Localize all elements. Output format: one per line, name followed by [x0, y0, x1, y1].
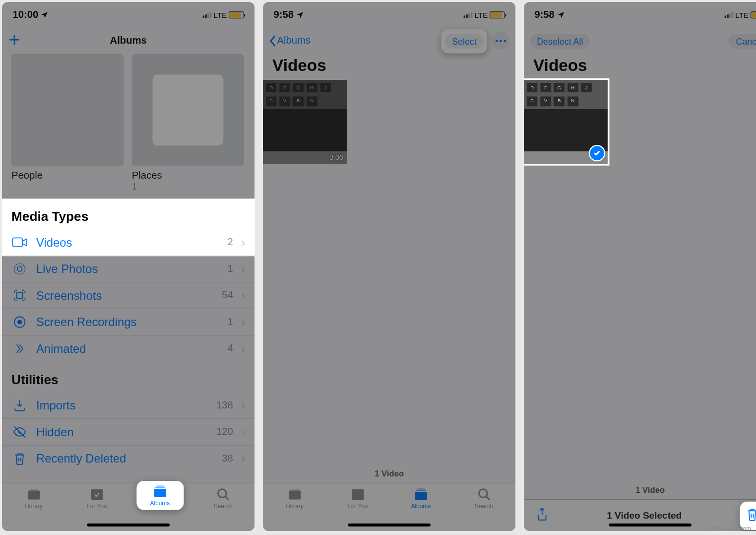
selection-count: 1 Video Selected: [607, 510, 682, 521]
status-time: 9:58: [273, 9, 293, 21]
screen-videos: 9:58 LTE Albums Select Videos: [263, 2, 515, 531]
home-indicator[interactable]: [348, 524, 431, 527]
status-bar: 9:58 LTE: [524, 2, 756, 28]
tab-label: Library: [24, 503, 42, 509]
tab-label: Search: [214, 503, 233, 509]
trash-icon: [11, 452, 28, 466]
media-row-videos[interactable]: Videos 2 ›: [2, 229, 254, 256]
hidden-icon: [11, 425, 28, 439]
screen-recordings-icon: [11, 315, 28, 330]
home-indicator[interactable]: [609, 524, 692, 527]
tab-search[interactable]: Search: [191, 483, 254, 520]
cancel-button[interactable]: Cancel: [729, 34, 756, 49]
back-button[interactable]: Albums: [269, 35, 311, 47]
signal-icon: [725, 12, 734, 18]
album-places[interactable]: Places 1: [132, 54, 245, 192]
location-icon: [41, 11, 49, 19]
row-label: Animated: [36, 342, 219, 355]
media-row-screen-recordings[interactable]: Screen Recordings 1 ›: [2, 309, 254, 336]
tab-label: Search: [475, 503, 494, 509]
svg-rect-7: [29, 490, 39, 491]
utility-row-hidden[interactable]: Hidden 120 ›: [2, 419, 254, 446]
tab-label: For You: [347, 503, 368, 509]
status-time: 10:00: [12, 9, 38, 21]
grid-summary: 1 Video: [263, 464, 515, 483]
svg-point-15: [504, 40, 506, 42]
watermark: www.deuaq.com: [709, 525, 751, 531]
tab-label: Albums: [411, 503, 431, 509]
tab-label: Library: [285, 503, 303, 509]
row-label: Videos: [36, 236, 219, 249]
video-item-selected[interactable]: DFGHJCVBN: [524, 80, 608, 164]
media-row-screenshots[interactable]: Screenshots 54 ›: [2, 282, 254, 309]
screen-videos-selection: 9:58 LTE Deselect All Cancel Videos DFGH…: [524, 2, 756, 531]
location-icon: [557, 11, 566, 19]
album-label: Places: [132, 170, 245, 182]
svg-rect-10: [155, 487, 165, 488]
album-label: People: [11, 170, 125, 182]
tab-albums[interactable]: Albums: [389, 483, 452, 520]
tab-library[interactable]: Library: [2, 483, 65, 520]
video-duration: 0:06: [329, 153, 343, 162]
album-thumb: [11, 54, 124, 166]
tab-for-you[interactable]: For You: [65, 483, 128, 520]
svg-rect-6: [28, 491, 40, 500]
svg-rect-21: [417, 488, 425, 489]
share-button[interactable]: [536, 506, 549, 525]
row-label: Screenshots: [36, 289, 213, 302]
select-button[interactable]: Select: [445, 34, 484, 49]
album-count: 1: [132, 182, 245, 192]
tab-albums[interactable]: Albums: [128, 483, 191, 520]
home-indicator[interactable]: [87, 524, 170, 527]
chevron-right-icon: ›: [241, 315, 245, 329]
utility-row-imports[interactable]: Imports 138 ›: [2, 393, 254, 419]
chevron-left-icon: [269, 35, 276, 47]
network-label: LTE: [213, 10, 227, 19]
svg-rect-9: [154, 489, 166, 497]
battery-icon: [229, 11, 244, 18]
row-label: Live Photos: [36, 262, 219, 275]
status-bar: 10:00 LTE: [2, 2, 254, 28]
battery-icon: [751, 11, 756, 18]
tab-library[interactable]: Library: [263, 483, 326, 520]
row-count: 1: [227, 263, 233, 275]
row-label: Hidden: [36, 425, 208, 439]
add-button[interactable]: [8, 33, 21, 49]
media-row-animated[interactable]: Animated 4 ›: [2, 335, 254, 361]
svg-rect-11: [156, 485, 164, 486]
signal-icon: [464, 12, 473, 18]
row-count: 4: [227, 343, 233, 355]
network-label: LTE: [735, 10, 749, 19]
more-button[interactable]: [492, 32, 510, 50]
ellipsis-icon: [496, 40, 506, 42]
svg-rect-20: [416, 490, 426, 491]
row-count: 138: [216, 400, 233, 411]
chevron-right-icon: ›: [241, 399, 245, 412]
video-item[interactable]: DFGHJCVBN 0:06: [263, 80, 347, 164]
nav-bar: Albums Select: [263, 28, 515, 54]
chevron-right-icon: ›: [241, 262, 245, 275]
svg-rect-18: [352, 489, 364, 500]
row-count: 1: [227, 316, 233, 328]
svg-point-22: [479, 489, 487, 498]
back-label: Albums: [277, 35, 311, 47]
row-label: Screen Recordings: [36, 315, 219, 329]
row-count: 54: [222, 290, 233, 302]
album-people[interactable]: People: [11, 54, 125, 192]
video-icon: [11, 235, 28, 250]
tab-label: Albums: [150, 500, 170, 506]
row-label: Recently Deleted: [36, 452, 213, 465]
svg-point-1: [17, 267, 22, 271]
tab-search[interactable]: Search: [452, 483, 515, 520]
utility-row-recently-deleted[interactable]: Recently Deleted 38 ›: [2, 446, 254, 471]
map-pin-icon: [152, 74, 223, 145]
screen-albums: 10:00 LTE Albums People Places 1: [2, 2, 254, 531]
delete-button[interactable]: [746, 514, 756, 524]
chevron-right-icon: ›: [241, 342, 245, 355]
deselect-all-button[interactable]: Deselect All: [530, 34, 590, 49]
tab-for-you[interactable]: For You: [326, 483, 389, 520]
row-count: 2: [227, 236, 233, 248]
status-time: 9:58: [534, 9, 554, 21]
animated-icon: [11, 341, 28, 356]
media-row-live-photos[interactable]: Live Photos 1 ›: [2, 256, 254, 283]
